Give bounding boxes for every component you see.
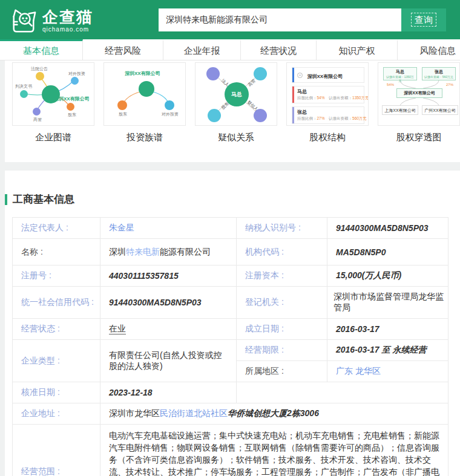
field-label: 所属地区 : [237,361,327,382]
card-title: 疑似关系 [195,132,277,143]
empty-cell [237,382,448,403]
table-row: 经营状态 : 在业 成立日期 : 2016-03-17 [13,319,448,340]
table-row: 名称 : 深圳特来电新能源有限公司 机构代码 : MA5D8N5P0 [13,239,448,266]
root-company-label: 深圳XX有限公司 [125,70,160,77]
company-graph-thumbnail: 深圳XX有限公司 法院公告 对外投资 判决文书 高管 股东 [12,62,94,126]
field-label: 注册资本 : [237,266,327,287]
field-label: 经营范围 : [13,425,100,476]
suspected-relations-thumbnail: 马总 法人 高管 股东 疑似人 [195,62,277,126]
card-title: 股权结构 [286,132,369,143]
business-scope-value: 电动汽车充电基础设施运营；集中式快速充电站；机动车充电销售；充电桩销售；新能源汽… [100,425,448,476]
field-label: 企业地址 : [13,403,100,425]
capital-value: 15,000(万人民币) [327,266,448,287]
region-link[interactable]: 广东 龙华区 [336,366,381,376]
company-name-value: 深圳特来电新能源有限公司 [100,239,237,266]
shareholder-node [117,100,127,110]
search-button-label: 查询 [411,13,436,27]
field-label: 经营状态 : [13,319,100,340]
equity-company-row: + 深圳XX有限公司 [292,67,364,83]
holder-box: 马总 认缴出资额：1350万元 [383,67,417,80]
corner-node [254,67,267,80]
search-highlight: 特来电新 [126,247,160,256]
field-label: 经营期限 : [237,340,327,361]
field-label: 成立日期 : [237,319,327,340]
field-label: 法定代表人 : [13,218,100,239]
search-input[interactable] [159,8,401,31]
search-bar: 查询 [159,8,446,31]
legal-rep-link[interactable]: 朱金星 [109,223,134,232]
status-value: 在业 [109,324,126,334]
table-row: 企业地址 : 深圳市龙华区民治街道北站社区华侨城创想大厦2栋3006 [13,403,448,425]
corner-node [208,109,221,122]
card-suspected-relations[interactable]: 马总 法人 高管 股东 疑似人 疑似关系 [195,62,277,143]
org-code-value: MA5D8N5P0 [327,239,448,266]
equity-penetration-thumbnail: 马总 认缴出资额：1350万元 张总 认缴出资额：560万元 54% 27% 深… [378,62,460,126]
field-label: 注册号 : [13,266,100,287]
node-investment [71,77,79,85]
tab-basic-info[interactable]: 基本信息 [0,39,83,60]
address-value: 深圳市龙华区民治街道北站社区华侨城创想大厦2栋3006 [100,403,448,425]
tab-operating-status[interactable]: 经营状况 [241,39,317,60]
field-label: 核准日期 : [13,382,100,403]
table-row: 企业类型 : 有限责任公司(自然人投资或控股的法人独资) 经营期限 : 2016… [13,340,448,361]
equity-holder-row: 张总 持股比例：27% 认缴出资额：560万元 [292,106,364,124]
header: 企查猫 qichamao.com 查询 [0,0,460,39]
street-link[interactable]: 民治街道北站社区 [160,408,228,418]
field-label: 机构代码 : [237,239,327,266]
brand-logo[interactable]: 企查猫 qichamao.com [10,7,93,34]
founded-date-value: 2016-03-17 [327,319,448,340]
card-title: 企业图谱 [12,132,94,143]
root-node [139,81,154,97]
center-node-label: 深圳XX有限公司 [54,96,90,102]
table-row: 法定代表人 : 朱金星 纳税人识别号 : 91440300MA5D8N5P03 [13,218,448,239]
page: 企查猫 qichamao.com 查询 基本信息 经营风险 企业年报 经营状况 … [0,0,460,476]
node-executives [33,108,41,116]
section-divider [0,162,460,171]
search-button[interactable]: 查询 [401,8,446,31]
card-equity-structure[interactable]: + 深圳XX有限公司 马总 持股比例：54% 认缴出资额：1350万元 张总 持… [286,62,369,143]
center-company-box: 深圳XX有限公司 [396,88,442,98]
field-label: 企业类型 : [13,340,100,382]
subsidiary-box: 上海XX有限公司 [382,105,418,115]
authority-value: 深圳市市场监督管理局龙华监管局 [327,287,448,319]
corner-node [206,67,220,80]
investment-node [165,100,174,110]
tab-risk-info[interactable]: 风险信息 [398,39,460,60]
field-label: 统一社会信用代码 : [13,287,100,319]
business-info-section: 工商基本信息 法定代表人 : 朱金星 纳税人识别号 : 91440300MA5D… [0,171,460,476]
tab-bar: 基本信息 经营风险 企业年报 经营状况 知识产权 风险信息 [0,39,460,60]
section-title: 工商基本信息 [5,192,460,206]
card-company-graph[interactable]: 深圳XX有限公司 法院公告 对外投资 判决文书 高管 股东 企业图谱 [12,62,94,143]
term-value: 2016-03-17 至 永续经营 [327,340,448,361]
table-row: 经营范围 : 电动汽车充电基础设施运营；集中式快速充电站；机动车充电销售；充电桩… [13,425,448,476]
cat-logo-icon [10,7,38,34]
company-type-value: 有限责任公司(自然人投资或控股的法人独资) [100,340,237,382]
node-shareholders [67,103,74,111]
table-row: 统一社会信用代码 : 91440300MA5D8N5P03 登记机关 : 深圳市… [13,287,448,319]
node-judgement [20,90,28,98]
tab-operating-risk[interactable]: 经营风险 [83,39,163,60]
brand-domain: qichamao.com [42,26,93,33]
holder-box: 张总 认缴出资额：560万元 [422,67,456,80]
node-announcement [36,72,44,80]
taxpayer-id-value: 91440300MA5D8N5P03 [327,218,448,239]
tab-annual-report[interactable]: 企业年报 [163,39,241,60]
credit-code-value: 91440300MA5D8N5P03 [100,287,237,319]
table-row: 注册号 : 440301115357815 注册资本 : 15,000(万人民币… [13,266,448,287]
field-label: 登记机关 : [237,287,327,319]
title-accent-bar [5,194,7,205]
graph-cards-section: 深圳XX有限公司 法院公告 对外投资 判决文书 高管 股东 企业图谱 [0,60,460,162]
equity-structure-thumbnail: + 深圳XX有限公司 马总 持股比例：54% 认缴出资额：1350万元 张总 持… [286,62,369,126]
approved-date-value: 2023-12-18 [100,382,237,403]
investment-pedigree-thumbnail: 深圳XX有限公司 股东 对外投资 [104,62,186,126]
brand-name: 企查猫 [42,9,93,25]
reg-no-value: 440301115357815 [100,266,237,287]
card-investment-pedigree[interactable]: 深圳XX有限公司 股东 对外投资 投资族谱 [104,62,186,143]
card-title: 投资族谱 [104,132,186,143]
table-row: 核准日期 : 2023-12-18 [13,382,448,403]
expand-icon: + [297,73,303,78]
field-label: 名称 : [13,239,100,266]
card-equity-penetration[interactable]: 马总 认缴出资额：1350万元 张总 认缴出资额：560万元 54% 27% 深… [378,62,460,143]
section-title-text: 工商基本信息 [13,192,74,206]
tab-intellectual-property[interactable]: 知识产权 [317,39,398,60]
